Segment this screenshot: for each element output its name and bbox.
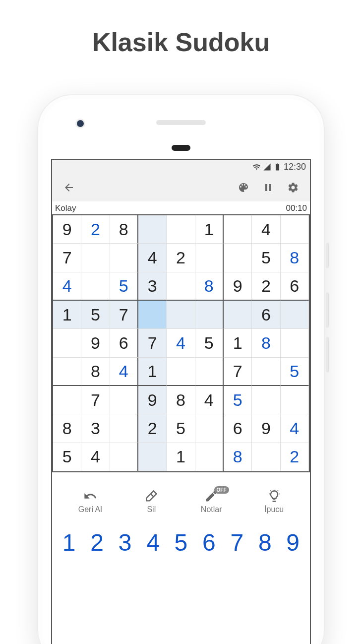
sudoku-cell[interactable] [138, 443, 167, 471]
sudoku-cell[interactable]: 1 [224, 329, 252, 357]
pause-button[interactable] [258, 178, 278, 197]
sudoku-cell[interactable]: 6 [281, 272, 309, 301]
sudoku-cell[interactable] [195, 301, 224, 329]
sudoku-cell[interactable]: 4 [138, 244, 167, 272]
erase-button[interactable]: Sil [144, 489, 158, 514]
sudoku-cell[interactable] [167, 272, 195, 301]
sudoku-cell[interactable] [138, 215, 167, 244]
sudoku-cell[interactable]: 7 [138, 329, 167, 357]
sudoku-cell[interactable] [53, 358, 81, 386]
number-key[interactable]: 4 [146, 529, 160, 556]
sudoku-cell[interactable]: 4 [195, 386, 224, 414]
sudoku-cell[interactable] [252, 386, 280, 414]
timer-label: 00:10 [286, 203, 307, 213]
sudoku-cell[interactable]: 7 [110, 301, 138, 329]
sudoku-cell[interactable]: 1 [53, 301, 81, 329]
sudoku-cell[interactable]: 5 [167, 414, 195, 443]
sudoku-cell[interactable]: 8 [195, 272, 224, 301]
sudoku-cell[interactable]: 4 [281, 414, 309, 443]
sudoku-cell[interactable] [138, 301, 167, 329]
sudoku-cell[interactable] [281, 301, 309, 329]
sudoku-cell[interactable]: 5 [110, 272, 138, 301]
sudoku-cell[interactable] [224, 301, 252, 329]
sudoku-cell[interactable]: 8 [110, 215, 138, 244]
sudoku-cell[interactable]: 3 [81, 414, 110, 443]
sudoku-cell[interactable] [281, 329, 309, 357]
sudoku-cell[interactable]: 4 [53, 272, 81, 301]
sudoku-cell[interactable] [167, 301, 195, 329]
sudoku-cell[interactable]: 3 [138, 272, 167, 301]
sudoku-cell[interactable]: 2 [81, 215, 110, 244]
number-key[interactable]: 3 [119, 529, 132, 556]
sudoku-cell[interactable]: 2 [138, 414, 167, 443]
sudoku-cell[interactable]: 4 [81, 443, 110, 471]
sudoku-cell[interactable] [252, 358, 280, 386]
sudoku-cell[interactable] [281, 386, 309, 414]
number-key[interactable]: 5 [175, 529, 188, 556]
sudoku-cell[interactable] [110, 414, 138, 443]
notes-label: Notlar [201, 505, 222, 514]
sudoku-cell[interactable]: 8 [224, 443, 252, 471]
sudoku-cell[interactable] [224, 215, 252, 244]
sudoku-cell[interactable] [195, 443, 224, 471]
sudoku-cell[interactable]: 5 [195, 329, 224, 357]
number-key[interactable]: 7 [230, 529, 243, 556]
sudoku-cell[interactable]: 2 [252, 272, 280, 301]
sudoku-cell[interactable]: 4 [252, 215, 280, 244]
sudoku-cell[interactable]: 7 [81, 386, 110, 414]
sudoku-cell[interactable]: 5 [224, 386, 252, 414]
sudoku-cell[interactable] [110, 386, 138, 414]
sudoku-cell[interactable]: 9 [81, 329, 110, 357]
sudoku-cell[interactable]: 5 [53, 443, 81, 471]
number-key[interactable]: 8 [258, 529, 272, 556]
number-key[interactable]: 9 [286, 529, 300, 556]
sudoku-cell[interactable] [53, 329, 81, 357]
sudoku-cell[interactable] [167, 358, 195, 386]
sudoku-cell[interactable]: 7 [53, 244, 81, 272]
sudoku-cell[interactable]: 6 [224, 414, 252, 443]
sudoku-cell[interactable]: 9 [224, 272, 252, 301]
sudoku-cell[interactable]: 5 [81, 301, 110, 329]
sudoku-cell[interactable] [81, 272, 110, 301]
hint-button[interactable]: İpucu [264, 489, 284, 514]
sudoku-cell[interactable] [110, 443, 138, 471]
sudoku-cell[interactable] [167, 215, 195, 244]
sudoku-cell[interactable]: 5 [281, 358, 309, 386]
sudoku-cell[interactable]: 1 [138, 358, 167, 386]
sudoku-cell[interactable]: 8 [252, 329, 280, 357]
sudoku-cell[interactable] [195, 414, 224, 443]
notes-button[interactable]: OFF Notlar [201, 489, 222, 514]
theme-button[interactable] [234, 178, 253, 197]
sudoku-cell[interactable]: 8 [81, 358, 110, 386]
sudoku-cell[interactable] [281, 215, 309, 244]
sudoku-cell[interactable]: 9 [138, 386, 167, 414]
sudoku-cell[interactable] [252, 443, 280, 471]
sudoku-cell[interactable]: 8 [167, 386, 195, 414]
settings-button[interactable] [283, 178, 303, 197]
sudoku-cell[interactable] [81, 244, 110, 272]
sudoku-cell[interactable]: 4 [110, 358, 138, 386]
sudoku-cell[interactable]: 6 [110, 329, 138, 357]
number-key[interactable]: 2 [90, 529, 104, 556]
number-key[interactable]: 6 [202, 529, 216, 556]
sudoku-cell[interactable]: 5 [252, 244, 280, 272]
undo-button[interactable]: Geri Al [78, 489, 102, 514]
sudoku-cell[interactable] [224, 244, 252, 272]
sudoku-cell[interactable] [195, 358, 224, 386]
sudoku-cell[interactable]: 2 [281, 443, 309, 471]
sudoku-cell[interactable]: 9 [53, 215, 81, 244]
sudoku-cell[interactable]: 2 [167, 244, 195, 272]
number-key[interactable]: 1 [62, 529, 76, 556]
sudoku-cell[interactable] [110, 244, 138, 272]
sudoku-cell[interactable] [195, 244, 224, 272]
sudoku-cell[interactable]: 6 [252, 301, 280, 329]
sudoku-cell[interactable]: 9 [252, 414, 280, 443]
sudoku-cell[interactable]: 8 [281, 244, 309, 272]
back-button[interactable] [59, 178, 79, 197]
sudoku-cell[interactable] [53, 386, 81, 414]
sudoku-cell[interactable]: 1 [195, 215, 224, 244]
sudoku-cell[interactable]: 7 [224, 358, 252, 386]
sudoku-cell[interactable]: 4 [167, 329, 195, 357]
sudoku-cell[interactable]: 1 [167, 443, 195, 471]
sudoku-cell[interactable]: 8 [53, 414, 81, 443]
